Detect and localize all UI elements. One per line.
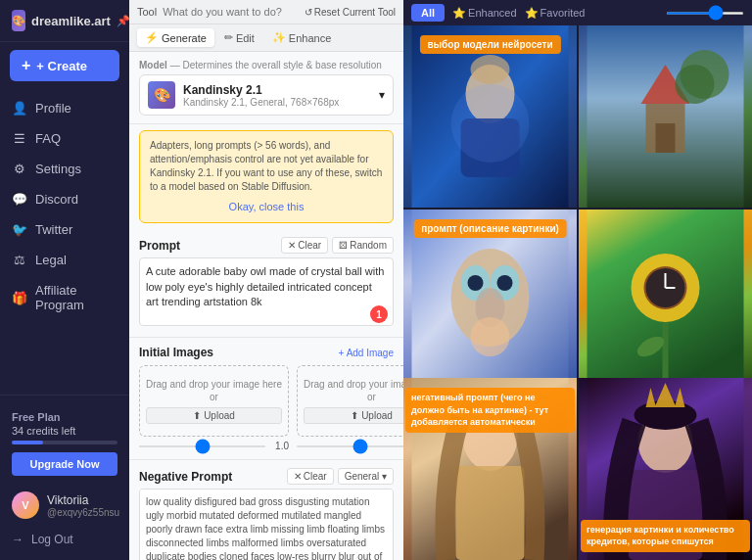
model-sublabel-text: Determines the overall style & base reso… xyxy=(182,60,381,70)
tab-enhance[interactable]: ✨ Enhance xyxy=(264,28,339,47)
generate-tab-label: Generate xyxy=(162,32,207,44)
image-drop-2[interactable]: Drag and drop your image here or ⬆ Uploa… xyxy=(297,365,403,437)
clear-neg-button[interactable]: ✕ Clear xyxy=(287,468,334,485)
neg-actions: ✕ Clear General ▾ xyxy=(287,468,394,485)
gallery-image-sunflower[interactable] xyxy=(579,210,752,378)
annotation-prompt: промпт (описание картинки) xyxy=(413,219,567,238)
svg-point-16 xyxy=(497,275,513,291)
create-label: + Create xyxy=(36,59,87,73)
model-desc: Kandinsky 2.1, General, 768×768px xyxy=(183,97,371,108)
gallery-grid: выбор модели нейросети xyxy=(403,25,752,378)
settings-icon: ⚙ xyxy=(12,162,27,176)
gallery: All ⭐ Enhanced ⭐ Favorited xyxy=(403,0,752,560)
image-drop-container-2: Drag and drop your image here or ⬆ Uploa… xyxy=(297,365,403,451)
user-section: V Viktoriia @exqvy6z55nsu xyxy=(0,484,129,527)
drop-text-2: Drag and drop your image here or xyxy=(304,378,403,403)
model-sublabel: — xyxy=(170,60,183,70)
slider-val-1: 1.0 xyxy=(269,441,289,451)
model-label: Model xyxy=(139,60,167,70)
sidebar-item-settings[interactable]: ⚙ Settings xyxy=(0,154,129,184)
prompt-wrap: A cute adorable baby owl made of crystal… xyxy=(139,257,394,329)
legal-icon: ⚖ xyxy=(12,253,27,267)
image-drop-1[interactable]: Drag and drop your image here or ⬆ Uploa… xyxy=(139,365,289,437)
upload-label-2: Upload xyxy=(361,410,393,421)
sidebar-nav: 👤 Profile ☰ FAQ ⚙ Settings 💬 Discord 🐦 T… xyxy=(0,89,129,395)
tab-all[interactable]: All xyxy=(411,4,445,22)
images-label: Initial Images xyxy=(139,346,213,359)
model-name: Kandinsky 2.1 xyxy=(183,83,371,97)
gallery-image-baby-owl[interactable]: промпт (описание картинки) xyxy=(403,210,577,378)
sidebar: 🎨 dreamlike.art 📌 + + Create 👤 Profile ☰… xyxy=(0,0,129,560)
add-image-button[interactable]: + Add Image xyxy=(339,348,394,358)
upload-icon-1: ⬆ xyxy=(193,410,201,421)
star-icon: ⭐ xyxy=(452,7,466,20)
images-header: Initial Images + Add Image xyxy=(139,346,394,359)
alert-close[interactable]: Okay, close this xyxy=(150,200,383,214)
random-icon: ⚄ xyxy=(339,240,348,251)
discord-icon: 💬 xyxy=(12,192,27,207)
logout-button[interactable]: → Log Out xyxy=(0,527,129,552)
svg-point-18 xyxy=(471,317,510,356)
tab-enhanced[interactable]: ⭐ Enhanced xyxy=(452,7,517,20)
prompt-textarea[interactable]: A cute adorable baby owl made of crystal… xyxy=(139,257,394,326)
model-section: Model — Determines the overall style & b… xyxy=(129,52,403,124)
prompt-label: Prompt xyxy=(139,239,180,253)
alert-text: Adapters, long prompts (> 56 words), and… xyxy=(150,140,382,192)
create-button[interactable]: + + Create xyxy=(10,50,119,81)
mode-tabs: ⚡ Generate ✏ Edit ✨ Enhance xyxy=(129,24,403,52)
faq-icon: ☰ xyxy=(12,131,27,146)
gallery-image-ai-man[interactable]: выбор модели нейросети xyxy=(403,25,577,208)
random-prompt-button[interactable]: ⚄ Random xyxy=(332,237,394,254)
main-panel: Tool ↺ Reset Current Tool ⚡ Generate ✏ E… xyxy=(129,0,403,560)
general-neg-button[interactable]: General ▾ xyxy=(338,468,394,485)
logo-icon: 🎨 xyxy=(12,10,25,31)
upload-button-1[interactable]: ⬆ Upload xyxy=(146,407,282,424)
model-selector[interactable]: 🎨 Kandinsky 2.1 Kandinsky 2.1, General, … xyxy=(139,74,394,116)
image-strength-slider-1[interactable] xyxy=(139,445,265,447)
annotation-generate: генерация картинки и количество кредитов… xyxy=(581,520,750,552)
favorited-label: Favorited xyxy=(540,7,586,19)
user-name: Viktoriia xyxy=(47,493,118,507)
sidebar-item-affiliate[interactable]: 🎁 Affiliate Program xyxy=(0,275,129,320)
reset-button[interactable]: ↺ Reset Current Tool xyxy=(305,7,396,18)
annotation-model-text: выбор модели нейросети xyxy=(427,39,552,50)
tool-label: Tool xyxy=(137,6,157,18)
gallery-zoom-slider[interactable] xyxy=(666,12,744,15)
gallery-image-woman1[interactable]: негативный промпт (чего не должно быть н… xyxy=(403,378,577,560)
tab-edit[interactable]: ✏ Edit xyxy=(216,28,262,47)
upgrade-button[interactable]: Upgrade Now xyxy=(12,452,118,476)
annotation-negative-text: негативный промпт (чего не должно быть н… xyxy=(411,393,548,427)
svg-point-10 xyxy=(676,65,715,104)
drop-text-1: Drag and drop your image here or xyxy=(146,378,282,403)
gallery-image-tree[interactable] xyxy=(579,25,752,208)
sidebar-item-legal[interactable]: ⚖ Legal xyxy=(0,245,129,275)
prompt-section: Prompt ✕ Clear ⚄ Random A cute adorable … xyxy=(129,229,403,338)
sidebar-item-discord[interactable]: 💬 Discord xyxy=(0,184,129,214)
neg-header: Negative Prompt ✕ Clear General ▾ xyxy=(139,468,394,485)
upload-button-2[interactable]: ⬆ Upload xyxy=(304,407,403,424)
image-strength-slider-2[interactable] xyxy=(297,445,403,447)
edit-tab-icon: ✏ xyxy=(224,31,233,44)
gallery-image-woman2[interactable]: генерация картинки и количество кредитов… xyxy=(579,378,752,560)
negative-prompt-section: Negative Prompt ✕ Clear General ▾ low qu… xyxy=(129,460,403,560)
sidebar-item-profile[interactable]: 👤 Profile xyxy=(0,93,129,123)
annotation-model: выбор модели нейросети xyxy=(419,35,560,54)
x-icon: ✕ xyxy=(288,240,296,251)
sidebar-label-legal: Legal xyxy=(35,253,67,267)
sidebar-label-settings: Settings xyxy=(35,162,81,176)
reset-label: Reset Current Tool xyxy=(314,7,396,18)
negative-prompt-textarea[interactable]: low quality disfigured bad gross disgust… xyxy=(139,489,394,560)
sidebar-item-faq[interactable]: ☰ FAQ xyxy=(0,123,129,154)
twitter-icon: 🐦 xyxy=(12,222,27,237)
tab-generate[interactable]: ⚡ Generate xyxy=(137,28,214,47)
sidebar-bottom: Free Plan 34 credits left Upgrade Now V … xyxy=(0,395,129,560)
tab-favorited[interactable]: ⭐ Favorited xyxy=(525,7,586,20)
enhanced-label: Enhanced xyxy=(468,7,517,19)
clear-prompt-button[interactable]: ✕ Clear xyxy=(281,237,328,254)
tool-input[interactable] xyxy=(163,6,301,18)
avatar: V xyxy=(12,491,39,519)
sidebar-item-twitter[interactable]: 🐦 Twitter xyxy=(0,214,129,245)
initial-images-section: Initial Images + Add Image Drag and drop… xyxy=(129,338,403,460)
reset-icon: ↺ xyxy=(305,7,312,18)
credits-bar-fill xyxy=(12,441,43,444)
